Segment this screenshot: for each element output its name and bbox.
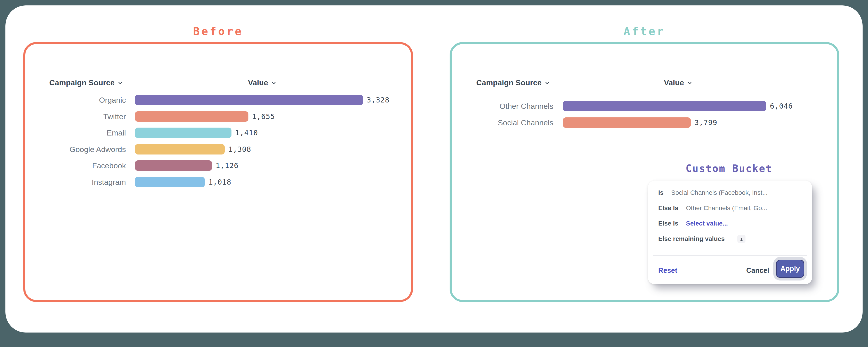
reset-button[interactable]: Reset (658, 266, 677, 274)
before-title: Before (139, 24, 297, 38)
rule-value[interactable]: Select value... (686, 220, 728, 227)
rule-keyword: Is (658, 189, 663, 196)
value-bar[interactable] (563, 101, 766, 111)
row-label: Other Channels (476, 102, 553, 111)
custom-bucket-dialog: Is Social Channels (Facebook, Inst... El… (648, 180, 812, 284)
value-bar[interactable] (135, 95, 363, 105)
value-bar[interactable] (563, 117, 691, 128)
before-column-header-value[interactable]: Value (229, 77, 295, 88)
bucket-rules-list: Is Social Channels (Facebook, Inst... El… (658, 185, 805, 247)
table-row: Instagram 1,018 (49, 175, 231, 189)
value-bar[interactable] (135, 161, 212, 171)
chevron-down-icon (687, 80, 692, 86)
row-label: Instagram (49, 178, 126, 186)
row-value: 6,046 (770, 102, 793, 110)
row-value: 1,410 (235, 128, 258, 137)
row-label: Email (49, 128, 126, 137)
before-column-header-campaign-source[interactable]: Campaign Source (49, 77, 123, 88)
rule-value[interactable]: Other Channels (Email, Go... (686, 204, 767, 212)
value-bar[interactable] (135, 177, 205, 187)
table-row: Facebook 1,126 (49, 158, 239, 173)
rule-value[interactable]: Social Channels (Facebook, Inst... (671, 189, 767, 196)
table-row: Organic 3,328 (49, 93, 390, 107)
row-label: Organic (49, 96, 126, 105)
dialog-divider (653, 255, 807, 256)
row-label: Facebook (49, 161, 126, 170)
table-row: Google Adwords 1,308 (49, 142, 251, 156)
row-label: Social Channels (476, 118, 553, 127)
bucket-rule-row: Is Social Channels (Facebook, Inst... (658, 185, 805, 200)
bucket-rule-row: Else remaining values i (658, 231, 805, 247)
bucket-rule-row: Else Is Select value... (658, 216, 805, 231)
rule-keyword: Else Is (658, 220, 678, 227)
table-row: Email 1,410 (49, 126, 258, 140)
bucket-rule-row: Else Is Other Channels (Email, Go... (658, 200, 805, 216)
rule-keyword: Else remaining values (658, 235, 725, 242)
row-value: 1,308 (228, 145, 251, 153)
cancel-button[interactable]: Cancel (746, 266, 769, 274)
table-row: Social Channels 3,799 (476, 116, 717, 129)
row-label: Google Adwords (49, 145, 126, 154)
after-column-header-value[interactable]: Value (645, 77, 711, 88)
row-value: 3,328 (367, 96, 390, 104)
chevron-down-icon (118, 80, 123, 86)
row-value: 3,799 (694, 118, 717, 127)
table-row: Other Channels 6,046 (476, 99, 793, 113)
table-row: Twitter 1,655 (49, 110, 275, 123)
after-title: After (565, 24, 723, 38)
column-header-label: Value (248, 78, 268, 87)
value-bar[interactable] (135, 127, 231, 138)
column-header-label: Value (664, 78, 684, 87)
row-value: 1,126 (216, 161, 239, 170)
after-column-header-campaign-source[interactable]: Campaign Source (476, 77, 550, 88)
value-bar[interactable] (135, 144, 225, 154)
row-value: 1,655 (252, 112, 275, 121)
apply-button[interactable]: Apply (776, 260, 804, 278)
info-icon[interactable]: i (737, 235, 745, 243)
row-label: Twitter (49, 112, 126, 121)
row-value: 1,018 (209, 178, 231, 186)
column-header-label: Campaign Source (49, 78, 115, 87)
custom-bucket-title: Custom Bucket (661, 162, 797, 175)
value-bar[interactable] (135, 111, 248, 122)
chevron-down-icon (545, 80, 550, 86)
column-header-label: Campaign Source (476, 78, 541, 87)
rule-keyword: Else Is (658, 204, 678, 212)
chevron-down-icon (271, 80, 276, 86)
